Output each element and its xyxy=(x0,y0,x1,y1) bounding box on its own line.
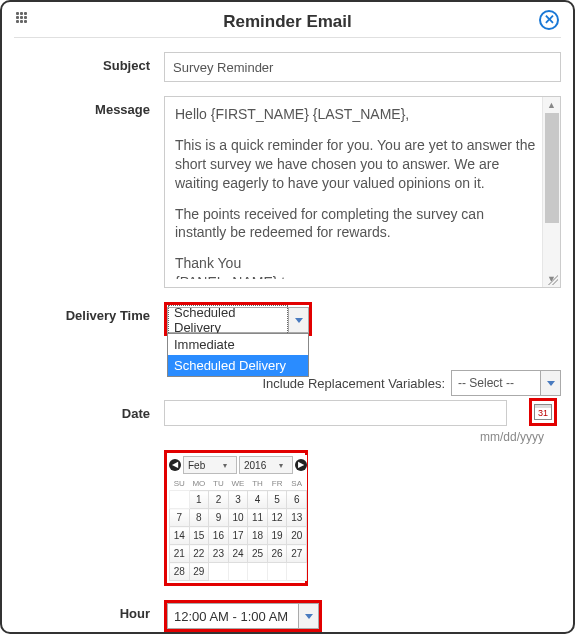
calendar-day[interactable]: 10 xyxy=(228,509,248,527)
calendar-day[interactable]: 4 xyxy=(248,491,268,509)
calendar-day[interactable]: 1 xyxy=(189,491,209,509)
close-icon[interactable]: ✕ xyxy=(539,10,559,30)
chevron-down-icon[interactable] xyxy=(540,371,560,395)
calendar-day[interactable]: 12 xyxy=(267,509,287,527)
calendar-day[interactable]: 14 xyxy=(170,527,190,545)
date-input[interactable] xyxy=(164,400,507,426)
delivery-time-dropdown: Immediate Scheduled Delivery xyxy=(167,333,309,377)
subject-input[interactable] xyxy=(164,52,561,82)
date-label: Date xyxy=(14,400,164,421)
calendar-day[interactable]: 3 xyxy=(228,491,248,509)
calendar-day[interactable]: 26 xyxy=(267,545,287,563)
calendar-day[interactable]: 24 xyxy=(228,545,248,563)
hour-select[interactable]: 12:00 AM - 1:00 AM xyxy=(167,603,319,629)
prev-month-icon[interactable]: ◀ xyxy=(169,459,181,471)
calendar-day[interactable]: 22 xyxy=(189,545,209,563)
calendar-day[interactable]: 20 xyxy=(287,527,307,545)
message-line: This is a quick reminder for you. You ar… xyxy=(175,136,538,193)
dialog-title: Reminder Email xyxy=(14,10,561,32)
calendar-day[interactable]: 23 xyxy=(209,545,229,563)
message-line: The points received for completing the s… xyxy=(175,205,538,243)
delivery-option-immediate[interactable]: Immediate xyxy=(168,334,308,355)
chevron-down-icon[interactable] xyxy=(288,308,308,332)
calendar-day[interactable]: 16 xyxy=(209,527,229,545)
calendar-day xyxy=(170,491,190,509)
calendar-day[interactable]: 9 xyxy=(209,509,229,527)
scroll-thumb[interactable] xyxy=(545,113,559,223)
message-line: Hello {FIRST_NAME} {LAST_NAME}, xyxy=(175,105,538,124)
titlebar: Reminder Email ✕ xyxy=(14,10,561,38)
subject-label: Subject xyxy=(14,52,164,73)
calendar-day xyxy=(287,563,307,581)
message-line: Thank You{PANEL_NAME} team xyxy=(175,254,538,279)
calendar-icon[interactable]: 31 xyxy=(529,398,557,426)
calendar-day[interactable]: 17 xyxy=(228,527,248,545)
drag-grip-icon[interactable] xyxy=(16,12,30,26)
date-picker: ◀ Feb▾ 2016▾ ▶ SU MO TU WE TH FR SA xyxy=(169,455,307,581)
chevron-down-icon[interactable] xyxy=(298,604,318,628)
scroll-up-icon[interactable]: ▲ xyxy=(543,97,560,113)
message-scrollbar[interactable]: ▲ ▼ xyxy=(542,97,560,287)
calendar-day[interactable]: 2 xyxy=(209,491,229,509)
calendar-day[interactable]: 27 xyxy=(287,545,307,563)
month-select[interactable]: Feb▾ xyxy=(183,456,237,474)
calendar-day[interactable]: 11 xyxy=(248,509,268,527)
calendar-day xyxy=(248,563,268,581)
resize-grip-icon[interactable] xyxy=(548,275,558,285)
message-label: Message xyxy=(14,96,164,117)
calendar-day[interactable]: 5 xyxy=(267,491,287,509)
calendar-day xyxy=(267,563,287,581)
date-format-hint: mm/dd/yyyy xyxy=(164,430,544,444)
hour-label: Hour xyxy=(14,600,164,621)
calendar-day xyxy=(209,563,229,581)
calendar-day[interactable]: 8 xyxy=(189,509,209,527)
calendar-day[interactable]: 6 xyxy=(287,491,307,509)
calendar-grid: SU MO TU WE TH FR SA 1 2 3 xyxy=(169,477,307,581)
calendar-day[interactable]: 18 xyxy=(248,527,268,545)
calendar-day[interactable]: 15 xyxy=(189,527,209,545)
reminder-email-dialog: Reminder Email ✕ Subject Message Hello {… xyxy=(0,0,575,634)
delivery-option-scheduled[interactable]: Scheduled Delivery xyxy=(168,355,308,376)
message-textarea[interactable]: Hello {FIRST_NAME} {LAST_NAME}, This is … xyxy=(164,96,561,288)
replacement-vars-label: Include Replacement Variables: xyxy=(262,376,445,391)
calendar-day[interactable]: 28 xyxy=(170,563,190,581)
year-select[interactable]: 2016▾ xyxy=(239,456,293,474)
calendar-day[interactable]: 25 xyxy=(248,545,268,563)
calendar-day[interactable]: 19 xyxy=(267,527,287,545)
calendar-day[interactable]: 7 xyxy=(170,509,190,527)
replacement-vars-select[interactable]: -- Select -- xyxy=(451,370,561,396)
calendar-day[interactable]: 29 xyxy=(189,563,209,581)
calendar-day[interactable]: 21 xyxy=(170,545,190,563)
calendar-day[interactable]: 13 xyxy=(287,509,307,527)
calendar-day xyxy=(228,563,248,581)
delivery-time-select[interactable]: Scheduled Delivery Immediate Scheduled D… xyxy=(167,307,309,333)
delivery-time-label: Delivery Time xyxy=(14,302,164,323)
next-month-icon[interactable]: ▶ xyxy=(295,459,307,471)
